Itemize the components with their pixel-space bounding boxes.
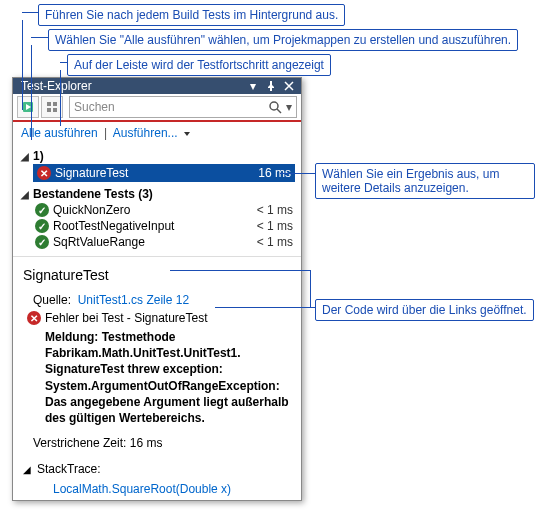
- panel-title: Test-Explorer: [21, 79, 243, 93]
- pass-icon: ✓: [35, 203, 49, 217]
- callout-run-all: Wählen Sie "Alle ausführen" wählen, um P…: [48, 29, 518, 51]
- group-label: Bestandene Tests (3): [33, 187, 153, 201]
- callout-background-tests: Führen Sie nach jedem Build Tests im Hin…: [38, 4, 345, 26]
- test-row[interactable]: ✓ SqRtValueRange < 1 ms: [33, 234, 295, 250]
- elapsed-time: Verstrichene Zeit: 16 ms: [33, 436, 291, 450]
- error-text: Fehler bei Test - SignatureTest: [45, 311, 208, 325]
- results-tree: ◢ 1) ✕ SignatureTest 16 ms ◢ Bestandene …: [13, 144, 301, 256]
- fail-icon: ✕: [37, 166, 51, 180]
- search-icon[interactable]: [268, 100, 282, 114]
- test-name: QuickNonZero: [53, 203, 130, 217]
- group-failed[interactable]: ◢ 1): [19, 148, 295, 164]
- test-explorer-panel: Test-Explorer ▾ Suchen ▾ Alle ausführen …: [12, 77, 302, 501]
- test-name: RootTestNegativeInput: [53, 219, 174, 233]
- search-placeholder: Suchen: [74, 100, 115, 114]
- expand-icon[interactable]: ◢: [23, 464, 33, 475]
- pass-icon: ✓: [35, 235, 49, 249]
- search-dropdown-icon[interactable]: ▾: [286, 100, 292, 114]
- callout-progress-bar: Auf der Leiste wird der Testfortschritt …: [67, 54, 331, 76]
- details-pane: SignatureTest Quelle: UnitTest1.cs Zeile…: [13, 256, 301, 501]
- toolbar: Suchen ▾: [13, 94, 301, 122]
- test-time: < 1 ms: [257, 219, 293, 233]
- group-label: 1): [33, 149, 44, 163]
- link-separator: |: [104, 126, 107, 140]
- pass-icon: ✓: [35, 219, 49, 233]
- message-body: Testmethode Fabrikam.Math.UnitTest.UnitT…: [45, 330, 289, 425]
- stack-frame-link[interactable]: UnitTest1.SignatureTest(): [53, 498, 291, 501]
- pin-icon[interactable]: [263, 78, 279, 94]
- svg-rect-2: [53, 102, 57, 106]
- run-tests-after-build-button[interactable]: [17, 96, 39, 118]
- test-row[interactable]: ✓ QuickNonZero < 1 ms: [33, 202, 295, 218]
- test-name: SignatureTest: [55, 166, 128, 180]
- callout-select-result: Wählen Sie ein Ergebnis aus, um weitere …: [315, 163, 535, 199]
- stacktrace-label: StackTrace:: [37, 462, 101, 476]
- run-all-link[interactable]: Alle ausführen: [21, 126, 98, 140]
- fail-icon: ✕: [27, 311, 41, 325]
- expand-icon[interactable]: ◢: [21, 189, 31, 200]
- test-row-selected[interactable]: ✕ SignatureTest 16 ms: [33, 164, 295, 182]
- group-passed[interactable]: ◢ Bestandene Tests (3): [19, 186, 295, 202]
- message-block: Meldung: Testmethode Fabrikam.Math.UnitT…: [45, 329, 291, 426]
- test-name: SqRtValueRange: [53, 235, 145, 249]
- svg-rect-3: [47, 108, 51, 112]
- stacktrace-lines: LocalMath.SquareRoot(Double x) UnitTest1…: [53, 480, 291, 501]
- source-link[interactable]: UnitTest1.cs Zeile 12: [78, 293, 189, 307]
- test-time: < 1 ms: [257, 235, 293, 249]
- source-label: Quelle:: [33, 293, 71, 307]
- stack-frame-link[interactable]: LocalMath.SquareRoot(Double x): [53, 480, 291, 498]
- source-row: Quelle: UnitTest1.cs Zeile 12: [33, 293, 291, 307]
- test-row[interactable]: ✓ RootTestNegativeInput < 1 ms: [33, 218, 295, 234]
- test-time: < 1 ms: [257, 203, 293, 217]
- svg-rect-4: [53, 108, 57, 112]
- linkbar: Alle ausführen | Ausführen...: [13, 122, 301, 144]
- error-row: ✕ Fehler bei Test - SignatureTest: [27, 311, 291, 325]
- svg-line-6: [277, 109, 281, 113]
- message-label: Meldung:: [45, 330, 98, 344]
- dropdown-icon[interactable]: ▾: [245, 78, 261, 94]
- callout-code-links: Der Code wird über die Links geöffnet.: [315, 299, 534, 321]
- svg-rect-1: [47, 102, 51, 106]
- titlebar: Test-Explorer ▾: [13, 78, 301, 94]
- chevron-down-icon[interactable]: [184, 132, 190, 136]
- run-link[interactable]: Ausführen...: [113, 126, 178, 140]
- expand-icon[interactable]: ◢: [21, 151, 31, 162]
- search-input[interactable]: Suchen ▾: [69, 96, 297, 118]
- svg-point-5: [270, 102, 278, 110]
- stacktrace-header[interactable]: ◢ StackTrace:: [23, 462, 291, 476]
- close-icon[interactable]: [281, 78, 297, 94]
